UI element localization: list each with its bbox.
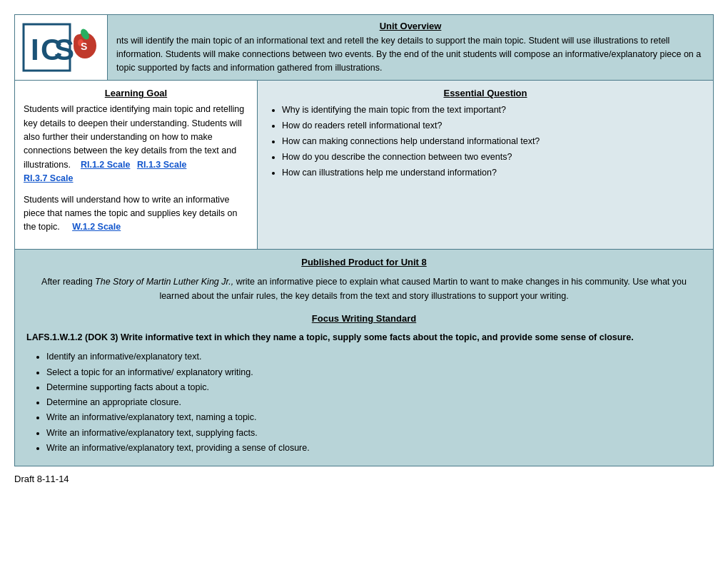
draft-label: Draft 8-11-14 <box>14 474 714 484</box>
focus-standard-heading: LAFS.1.W.1.2 (DOK 3) Write informative t… <box>26 331 702 344</box>
essential-question-list: Why is identifying the main topic from t… <box>268 103 703 180</box>
unit-overview-body: nts will identify the main topic of an i… <box>116 34 704 74</box>
header-section: I C S S Unit Overview nts will identify <box>15 15 713 81</box>
bottom-section: Published Product for Unit 8 After readi… <box>15 250 713 466</box>
focus-bullets-list: Identify an informative/explanatory text… <box>26 349 702 456</box>
pub-italic: The Story of Martin Luther King Jr., <box>95 277 233 287</box>
focus-writing-heading: Focus Writing Standard <box>26 313 702 324</box>
focus-bullet-6: Write an informative/explanatory text, s… <box>46 426 702 441</box>
svg-text:I: I <box>31 33 39 66</box>
focus-bullet-3: Determine supporting facts about a topic… <box>46 380 702 395</box>
two-col-section: Learning Goal Students will practice ide… <box>15 81 713 249</box>
essential-question-heading: Essential Question <box>268 88 703 98</box>
ri13-scale-link[interactable]: RI.1.3 Scale <box>137 160 187 170</box>
learning-goal-heading: Learning Goal <box>24 88 248 98</box>
eq-item-3: How can making connections help understa… <box>282 134 703 148</box>
focus-bullet-2: Select a topic for an informative/ expla… <box>46 365 702 380</box>
learning-goal-paragraph2: Students will understand how to write an… <box>24 193 248 235</box>
svg-text:S: S <box>81 41 87 52</box>
learning-goal-paragraph1: Students will practice identifying main … <box>24 103 248 185</box>
focus-bullet-1: Identify an informative/explanatory text… <box>46 349 702 364</box>
published-product-heading: Published Product for Unit 8 <box>26 257 702 267</box>
pub-body-before: After reading <box>41 277 95 287</box>
header-text-area: Unit Overview nts will identify the main… <box>108 15 713 80</box>
focus-bullet-4: Determine an appropriate closure. <box>46 395 702 410</box>
logo-area: I C S S <box>15 15 108 80</box>
unit-overview-title: Unit Overview <box>116 21 704 31</box>
eq-item-4: How do you describe the connection betwe… <box>282 150 703 164</box>
eq-item-1: Why is identifying the main topic from t… <box>282 103 703 117</box>
ri12-scale-link[interactable]: RI.1.2 Scale <box>81 160 131 170</box>
main-container: I C S S Unit Overview nts will identify <box>14 14 714 466</box>
focus-bullet-5: Write an informative/explanatory text, n… <box>46 410 702 425</box>
learning-goal-col: Learning Goal Students will practice ide… <box>15 81 258 248</box>
ri37-scale-link[interactable]: RI.3.7 Scale <box>24 173 74 183</box>
published-product-body: After reading The Story of Martin Luther… <box>26 275 702 303</box>
eq-item-5: How can illustrations help me understand… <box>282 165 703 180</box>
essential-question-col: Essential Question Why is identifying th… <box>258 81 713 248</box>
svg-text:S: S <box>54 33 74 66</box>
eq-item-2: How do readers retell informational text… <box>282 118 703 133</box>
ics-logo: I C S S <box>22 23 101 73</box>
focus-bullet-7: Write an informative/explanatory text, p… <box>46 441 702 456</box>
w12-scale-link[interactable]: W.1.2 Scale <box>72 222 121 232</box>
pub-body-after: write an informative piece to explain wh… <box>159 277 687 301</box>
